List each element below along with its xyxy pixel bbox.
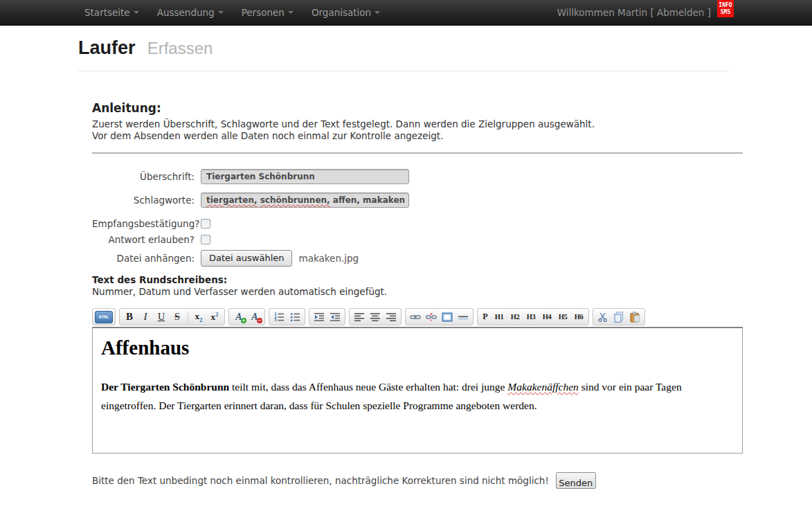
form-row-ueberschrift: Überschrift: Tiergarten Schönbrunn — [92, 169, 743, 184]
misspelled-word: tiergarten, — [206, 195, 258, 205]
paste-button[interactable] — [627, 310, 642, 323]
rundschreiben-heading: Text des Rundschreibens: — [92, 274, 743, 286]
unordered-list-button[interactable] — [287, 310, 303, 323]
h6-button[interactable]: H6 — [571, 310, 586, 323]
toolbar-group-lists: 123 — [269, 308, 305, 325]
datei-auswaehlen-button[interactable]: Datei auswählen — [201, 250, 292, 267]
page-title-sub: Erfassen — [147, 39, 213, 57]
schlagworte-label: Schlagworte: — [92, 195, 201, 206]
text-color-button[interactable]: A + — [231, 310, 246, 323]
cut-button[interactable] — [595, 310, 611, 323]
chevron-down-icon — [134, 11, 139, 14]
top-navbar: Startseite Aussendung Personen Organisat… — [0, 0, 812, 26]
empfangsbestaetigung-checkbox[interactable] — [201, 219, 210, 228]
h4-icon: H4 — [541, 313, 553, 321]
antwort-erlauben-checkbox[interactable] — [201, 235, 210, 244]
form-row-antwort-erlauben: Antwort erlauben? — [92, 234, 743, 245]
remove-color-button[interactable]: A − — [247, 310, 262, 323]
nav-item-personen[interactable]: Personen — [233, 0, 303, 25]
editor-heading: Affenhaus — [101, 337, 734, 359]
toolbar-group-indent — [309, 308, 345, 325]
h4-button[interactable]: H4 — [539, 310, 554, 323]
toolbar-group-color: A + A − — [228, 308, 265, 325]
horizontal-rule-button[interactable] — [455, 310, 471, 323]
align-left-icon — [354, 312, 365, 323]
link-icon — [410, 312, 421, 323]
unlink-icon — [426, 312, 437, 323]
h5-button[interactable]: H5 — [555, 310, 570, 323]
schlagworte-input[interactable]: tiergarten, schönbrunnen, affen, makaken — [201, 192, 409, 208]
paragraph-button[interactable]: P — [480, 310, 491, 323]
toolbar-group-align — [349, 308, 402, 325]
h3-button[interactable]: H3 — [523, 310, 539, 323]
align-left-button[interactable] — [352, 310, 367, 323]
nav-item-organisation[interactable]: Organisation — [303, 0, 389, 25]
h5-icon: H5 — [557, 313, 569, 321]
plus-badge-icon: + — [241, 318, 246, 323]
h1-button[interactable]: H1 — [491, 310, 507, 323]
abmelden-link[interactable]: Abmelden — [657, 7, 704, 18]
h2-icon: H2 — [509, 313, 521, 321]
page-title-main: Laufer — [78, 37, 136, 58]
nav-item-startseite[interactable]: Startseite — [75, 0, 148, 25]
nav-item-aussendung[interactable]: Aussendung — [148, 0, 233, 25]
anleitung-line-2: Vor dem Absenden werden alle Daten noch … — [92, 130, 743, 142]
unlink-button[interactable] — [424, 310, 439, 323]
cut-scissors-icon — [597, 312, 608, 323]
outdent-icon — [330, 312, 341, 323]
infosms-logo[interactable]: info sms — [717, 0, 734, 17]
h6-icon: H6 — [572, 313, 585, 321]
ueberschrift-input[interactable]: Tiergarten Schönbrunn — [201, 169, 409, 184]
section-divider — [92, 152, 743, 154]
confirm-warning-text: Bitte den Text unbedingt noch einmal kon… — [92, 475, 549, 486]
rundschreiben-form: Überschrift: Tiergarten Schönbrunn Schla… — [92, 169, 743, 267]
chevron-down-icon — [288, 11, 294, 14]
toolbar-group-format: B I U S x2 x2 — [119, 308, 225, 325]
toolbar-group-clipboard — [593, 308, 645, 325]
indent-button[interactable] — [312, 310, 327, 323]
form-row-schlagworte: Schlagworte: tiergarten, schönbrunnen, a… — [92, 192, 743, 208]
anleitung-heading: Anleitung: — [92, 101, 743, 115]
image-button[interactable] — [440, 310, 455, 323]
outdent-button[interactable] — [327, 310, 343, 323]
chevron-down-icon — [375, 11, 380, 14]
form-row-datei: Datei anhängen: Datei auswählen makaken.… — [92, 250, 743, 267]
toolbar-group-insert — [405, 308, 473, 325]
main-menu: Startseite Aussendung Personen Organisat… — [75, 0, 389, 25]
ordered-list-button[interactable]: 123 — [271, 310, 287, 323]
copy-button[interactable] — [611, 310, 626, 323]
superscript-button[interactable]: x2 — [207, 310, 222, 323]
indent-icon — [314, 312, 325, 323]
underline-icon: U — [158, 312, 165, 323]
h3-icon: H3 — [525, 313, 537, 321]
toolbar-separator — [188, 312, 188, 323]
strikethrough-button[interactable]: S — [170, 310, 185, 323]
subscript-button[interactable]: x2 — [191, 310, 206, 323]
align-right-icon — [386, 312, 397, 323]
align-center-button[interactable] — [368, 310, 383, 323]
image-icon — [442, 312, 453, 323]
strikethrough-icon: S — [174, 312, 180, 323]
editor-toolbar: HTML B I U S x2 x2 A + A − — [92, 308, 743, 325]
h2-button[interactable]: H2 — [507, 310, 523, 323]
underline-button[interactable]: U — [154, 310, 169, 323]
nav-user-area: Willkommen Martin [ Abmelden ] info sms — [557, 0, 734, 25]
bold-icon: B — [126, 311, 133, 323]
source-code-button[interactable]: HTML — [95, 311, 113, 323]
align-right-button[interactable] — [384, 310, 399, 323]
send-row: Bitte den Text unbedingt noch einmal kon… — [92, 472, 743, 489]
link-button[interactable] — [408, 310, 423, 323]
misspelled-word: schönbrunnen, — [260, 195, 330, 205]
italic-button[interactable]: I — [138, 310, 153, 323]
attached-filename: makaken.jpg — [298, 253, 359, 264]
toolbar-group-source: HTML — [92, 308, 116, 325]
unordered-list-icon — [289, 312, 300, 323]
bold-button[interactable]: B — [122, 310, 137, 323]
anleitung-line-1: Zuerst werden Überschrift, Schlagworte u… — [92, 118, 743, 130]
richtext-editor-content[interactable]: Affenhaus Der Tiergarten Schönbrunn teil… — [92, 327, 743, 454]
datei-anhaengen-label: Datei anhängen: — [92, 253, 201, 264]
ueberschrift-label: Überschrift: — [92, 171, 201, 182]
senden-button[interactable]: Senden — [556, 472, 596, 489]
empfangsbestaetigung-label: Empfangsbestätigung? — [92, 218, 201, 229]
horizontal-rule-icon — [458, 312, 469, 323]
